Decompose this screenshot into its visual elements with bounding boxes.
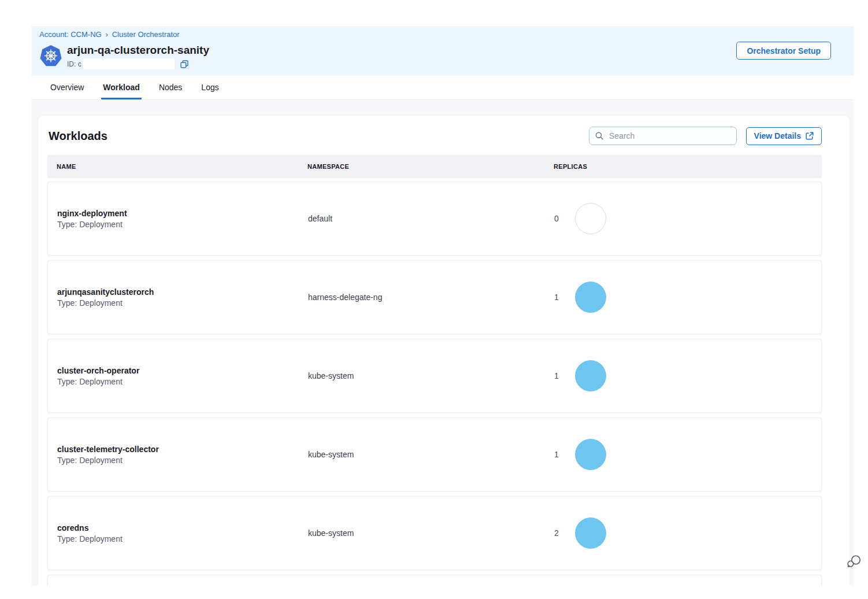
tab-workload[interactable]: Workload [101, 83, 142, 99]
workload-name: cluster-telemetry-collector [57, 445, 308, 454]
id-value: c [78, 60, 81, 68]
replica-status-circle [575, 517, 606, 549]
workload-namespace: kube-system [308, 450, 554, 459]
page-header: Account: CCM-NG›Cluster Orchestrator [32, 26, 854, 76]
view-details-label: View Details [754, 131, 801, 140]
workload-name: coredns [57, 523, 308, 533]
workload-type: Type: Deployment [57, 456, 308, 465]
search-box[interactable] [589, 127, 737, 145]
replica-count: 1 [554, 371, 559, 380]
table-row[interactable]: cluster-telemetry-collector Type: Deploy… [47, 417, 822, 491]
workload-name: nginx-deployment [57, 209, 308, 218]
replica-status-circle [575, 282, 606, 313]
app-container: Account: CCM-NG›Cluster Orchestrator [32, 26, 854, 586]
search-input[interactable] [608, 131, 730, 141]
table-header-row: NAME NAMESPACE REPLICAS [47, 155, 822, 178]
table-row[interactable]: nginx-deployment Type: Deployment defaul… [47, 182, 822, 256]
search-icon [595, 131, 603, 140]
breadcrumb-cluster-orchestrator-link[interactable]: Cluster Orchestrator [112, 30, 180, 39]
table-row-partial[interactable] [47, 575, 822, 586]
chat-bubbles-icon [846, 553, 862, 570]
workloads-panel: Workloads View Details [38, 116, 850, 586]
replica-count: 1 [554, 450, 559, 459]
workload-namespace: default [308, 214, 554, 223]
kubernetes-icon [39, 45, 62, 68]
workload-name: arjunqasanityclusterorch [57, 287, 308, 297]
breadcrumb-account-link[interactable]: Account: CCM-NG [39, 30, 102, 39]
tab-logs[interactable]: Logs [199, 83, 220, 99]
breadcrumb-separator: › [106, 31, 108, 39]
id-redaction-box [83, 58, 175, 69]
replica-status-circle [575, 203, 606, 234]
page-title: arjun-qa-clusterorch-sanity [67, 43, 209, 57]
tab-overview[interactable]: Overview [49, 83, 86, 99]
workload-namespace: kube-system [308, 371, 554, 380]
replica-status-circle [575, 360, 606, 391]
replica-count: 2 [554, 528, 559, 538]
workload-name: cluster-orch-operator [57, 366, 308, 375]
table-row[interactable]: cluster-orch-operator Type: Deployment k… [47, 339, 822, 413]
column-header-namespace: NAMESPACE [307, 163, 554, 170]
tab-nodes[interactable]: Nodes [157, 83, 184, 99]
id-label: ID: [67, 60, 76, 68]
content-area: Workloads View Details [32, 100, 854, 586]
external-link-icon [806, 132, 814, 140]
copy-icon[interactable] [180, 60, 188, 68]
workload-type: Type: Deployment [57, 534, 308, 543]
tab-bar: Overview Workload Nodes Logs [32, 76, 854, 100]
workload-type: Type: Deployment [57, 298, 308, 308]
replica-status-circle [575, 439, 606, 470]
orchestrator-setup-button[interactable]: Orchestrator Setup [736, 42, 831, 60]
column-header-name: NAME [57, 163, 307, 170]
workloads-table: NAME NAMESPACE REPLICAS nginx-deployment… [47, 155, 822, 586]
table-row[interactable]: coredns Type: Deployment kube-system 2 [47, 496, 822, 570]
workload-namespace: harness-delegate-ng [308, 293, 554, 302]
breadcrumb: Account: CCM-NG›Cluster Orchestrator [39, 30, 831, 39]
workload-type: Type: Deployment [57, 377, 308, 386]
workloads-title: Workloads [49, 130, 107, 143]
column-header-replicas: REPLICAS [554, 163, 822, 170]
chat-help-button[interactable] [845, 553, 863, 571]
workload-namespace: kube-system [308, 528, 554, 538]
view-details-button[interactable]: View Details [746, 127, 822, 145]
replica-count: 1 [554, 293, 559, 302]
table-row[interactable]: arjunqasanityclusterorch Type: Deploymen… [47, 260, 822, 334]
workload-type: Type: Deployment [57, 220, 308, 229]
replica-count: 0 [554, 214, 559, 223]
